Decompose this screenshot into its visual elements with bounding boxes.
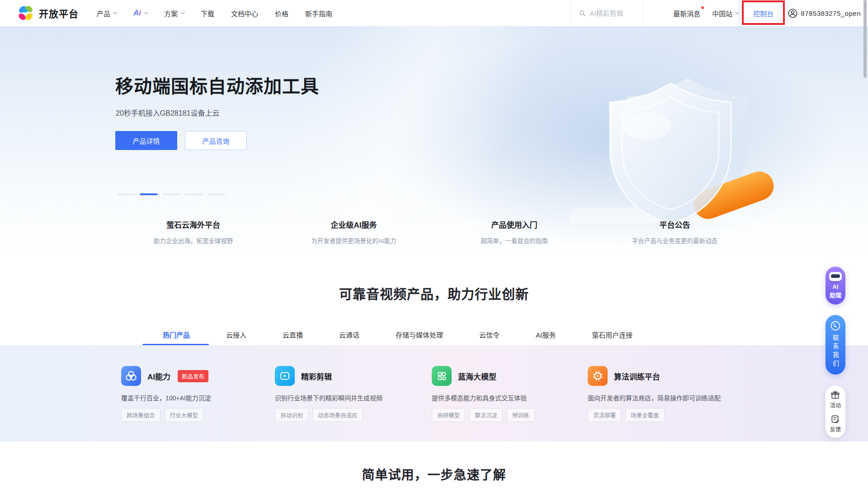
product-card-ai-capability[interactable]: AI能力 新品发布 覆盖千行百业，100+AI能力沉淀 跨场景组合 行业大模型 (121, 366, 275, 422)
shield-illustration (567, 79, 793, 228)
product-tabs: 热门产品 云接入 云直播 云通话 存储与媒体处理 云信令 AI服务 萤石用户连接 (0, 330, 868, 345)
feature-getting-started[interactable]: 产品使用入门 超简单，一看就会的指南 (434, 219, 594, 245)
section-heading: 可靠音视频产品，助力行业创新 (0, 256, 868, 303)
feedback-button[interactable]: 反馈 (830, 414, 841, 433)
tag: 自动识别 (275, 408, 308, 422)
divider (643, 0, 643, 27)
tag: 动态场景自适应 (312, 408, 363, 422)
chevron-down-icon (113, 10, 118, 14)
console-link[interactable]: 控制台 (753, 9, 774, 18)
main-nav: 产品 Ai 方案 下载 文档中心 价格 新手指南 (97, 9, 332, 18)
username: 8785383275_open (801, 9, 861, 17)
search-input[interactable] (590, 9, 643, 17)
feature-enterprise-ai[interactable]: 企业级AI服务 为开发者提供更场景化的AI能力 (274, 219, 434, 245)
cards-band: AI能力 新品发布 覆盖千行百业，100+AI能力沉淀 跨场景组合 行业大模型 (0, 345, 868, 441)
nav-item-pricing[interactable]: 价格 (275, 9, 288, 18)
user-icon (788, 9, 797, 18)
tab-user-connect[interactable]: 萤石用户连接 (592, 330, 632, 345)
scrollbar-thumb[interactable] (863, 0, 867, 78)
contact-us-button[interactable]: 联系我们 (826, 315, 845, 375)
chevron-down-icon (180, 10, 185, 14)
logo[interactable]: 开放平台 (17, 5, 79, 22)
product-consult-button[interactable]: 产品咨询 (185, 131, 247, 150)
tab-cloud-access[interactable]: 云接入 (226, 330, 246, 345)
new-release-badge: 新品发布 (178, 370, 208, 382)
nav-item-guide[interactable]: 新手指南 (305, 9, 332, 18)
pinwheel-logo-icon (17, 5, 34, 22)
search-icon (580, 9, 585, 17)
nav-item-solutions[interactable]: 方案 (164, 9, 184, 18)
hero-feature-links: 萤石云海外平台 助力企业出海，拓宽全球视野 企业级AI服务 为开发者提供更场景化… (113, 219, 755, 245)
phone-contact-icon (830, 320, 841, 331)
product-card-highlight-clip[interactable]: 精彩剪辑 识别行业场景下的精彩瞬间并生成视频 自动识别 动态场景自适应 (275, 366, 432, 422)
trial-section-heading: 简单试用，一步急速了解 (0, 465, 868, 483)
tag: 跨场景组合 (121, 408, 160, 422)
search-box[interactable] (571, 0, 643, 27)
carousel-indicators (117, 193, 226, 195)
nav-item-docs[interactable]: 文档中心 (231, 9, 258, 18)
tag: 自研模型 (432, 408, 465, 422)
product-card-lanhai-model[interactable]: 蓝海大模型 提供多模态能力和具身式交互体验 自研模型 算法沉淀 预训练 (432, 366, 588, 422)
ai-assistant-button[interactable]: AI 助理 (826, 267, 845, 305)
tab-storage-media[interactable]: 存储与媒体处理 (396, 330, 443, 345)
account-menu[interactable]: 8785383275_open (788, 9, 861, 18)
tab-cloud-signal[interactable]: 云信令 (479, 330, 500, 345)
tab-hot-products[interactable]: 热门产品 (163, 330, 190, 345)
carousel-dash[interactable] (117, 193, 135, 195)
hero-title: 移动端国标自动添加工具 (115, 72, 319, 98)
tab-cloud-live[interactable]: 云直播 (283, 330, 303, 345)
robot-icon (829, 272, 842, 281)
feature-overseas[interactable]: 萤石云海外平台 助力企业出海，拓宽全球视野 (113, 219, 274, 245)
nav-item-download[interactable]: 下载 (201, 9, 214, 18)
carousel-dash[interactable] (185, 193, 203, 195)
tag: 灵活部署 (588, 408, 621, 422)
top-nav: 开放平台 产品 Ai 方案 下载 文档中心 价格 新手指南 (0, 0, 868, 27)
logo-text: 开放平台 (39, 6, 79, 20)
model-blocks-icon (432, 366, 452, 386)
carousel-dash-active[interactable] (140, 193, 158, 195)
nav-item-products[interactable]: 产品 (97, 9, 117, 18)
tag: 预训练 (507, 408, 535, 422)
carousel-dash[interactable] (162, 193, 180, 195)
product-detail-button[interactable]: 产品详情 (115, 131, 177, 150)
side-panel: 活动 反馈 (826, 385, 845, 438)
tab-ai-services[interactable]: AI服务 (536, 330, 556, 345)
chevron-down-icon (736, 10, 740, 14)
hero-banner: 移动端国标自动添加工具 20秒手机接入GB28181设备上云 产品详情 产品咨询 (0, 27, 868, 256)
news-link[interactable]: 最新消息 (673, 9, 700, 18)
chevron-down-icon (144, 10, 148, 14)
hero-subtitle: 20秒手机接入GB28181设备上云 (116, 107, 219, 118)
feedback-note-icon (830, 414, 840, 424)
tag: 行业大模型 (165, 408, 204, 422)
ai-circles-icon (121, 366, 141, 386)
video-clip-icon (275, 366, 295, 386)
notification-dot (701, 6, 704, 9)
region-selector[interactable]: 中国站 (712, 9, 739, 18)
tag: 算法沉淀 (469, 408, 503, 422)
tab-cloud-call[interactable]: 云通话 (339, 330, 359, 345)
products-section: 可靠音视频产品，助力行业创新 热门产品 云接入 云直播 云通话 存储与媒体处理 … (0, 256, 868, 483)
carousel-dash[interactable] (208, 193, 226, 195)
tag: 场景全覆盖 (625, 408, 665, 422)
chip-icon (588, 366, 608, 386)
header-right: 最新消息 中国站 控制台 8785383275_open (673, 9, 861, 18)
gift-icon (830, 390, 840, 400)
nav-item-ai[interactable]: Ai (133, 9, 147, 18)
activity-button[interactable]: 活动 (830, 390, 841, 409)
feature-announcements[interactable]: 平台公告 平台产品与业务变更的最新动态 (594, 219, 755, 245)
